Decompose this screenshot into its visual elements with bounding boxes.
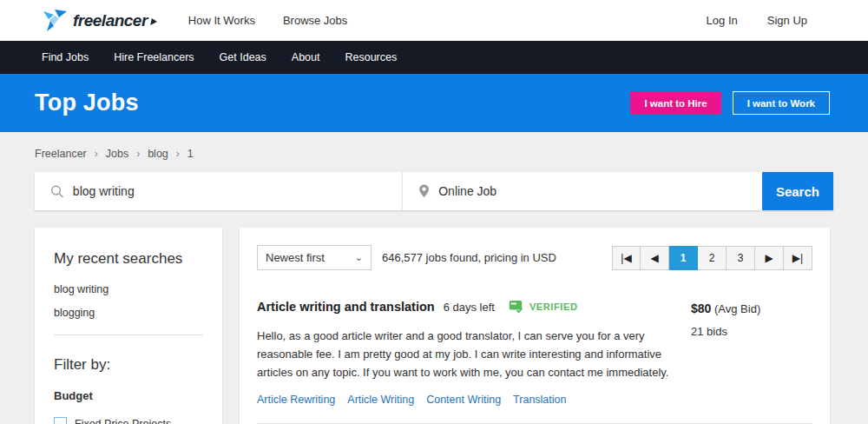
job-bid-column: $80 (Avg Bid) 21 bids xyxy=(682,300,812,406)
recent-search-blog-writing[interactable]: blog writing xyxy=(54,283,203,295)
nav-how-it-works[interactable]: How It Works xyxy=(188,14,255,27)
search-icon xyxy=(50,184,64,199)
breadcrumb: Freelancer › Jobs › blog › 1 xyxy=(0,132,868,170)
budget-section-label: Budget xyxy=(54,389,203,402)
pagination-page-2[interactable]: 2 xyxy=(698,246,727,270)
pagination: |◀ ◀ 1 2 3 ▶ ▶| xyxy=(612,246,812,270)
pagination-first-button[interactable]: |◀ xyxy=(612,246,641,270)
results-count: 646,577 jobs found, pricing in USD xyxy=(382,251,556,264)
filter-by-title: Filter by: xyxy=(54,356,203,374)
sort-selected-value: Newest first xyxy=(266,251,325,264)
breadcrumb-separator: › xyxy=(176,148,180,160)
verified-payment-icon xyxy=(509,300,524,314)
job-title-link[interactable]: Article writing and translation xyxy=(257,300,435,314)
recent-search-blogging[interactable]: blogging xyxy=(54,307,203,319)
pagination-last-button[interactable]: ▶| xyxy=(784,246,812,270)
job-search-bar: Search xyxy=(35,172,833,210)
fixed-price-checkbox[interactable] xyxy=(54,417,67,424)
content-area: My recent searches blog writing blogging… xyxy=(0,210,868,424)
keyword-search-input[interactable] xyxy=(73,184,386,198)
nav-hire-freelancers[interactable]: Hire Freelancers xyxy=(114,51,194,63)
top-navigation: How It Works Browse Jobs xyxy=(188,14,347,27)
breadcrumb-jobs[interactable]: Jobs xyxy=(106,148,128,160)
nav-find-jobs[interactable]: Find Jobs xyxy=(42,51,89,63)
job-avg-bid: $80 (Avg Bid) xyxy=(691,301,812,315)
page-title: Top Jobs xyxy=(35,89,139,116)
page-banner: Top Jobs I want to Hire I want to Work xyxy=(0,74,868,132)
verified-label: VERIFIED xyxy=(529,301,578,312)
verified-badge: VERIFIED xyxy=(509,300,578,314)
banner-buttons: I want to Hire I want to Work xyxy=(630,91,830,115)
breadcrumb-freelancer[interactable]: Freelancer xyxy=(35,148,87,160)
i-want-to-hire-button[interactable]: I want to Hire xyxy=(630,91,720,115)
job-description: Hello, as a good article writer and a go… xyxy=(257,328,682,381)
location-search-input[interactable] xyxy=(438,184,746,198)
breadcrumb-page-1[interactable]: 1 xyxy=(187,148,194,160)
filters-sidebar: My recent searches blog writing blogging… xyxy=(35,228,222,424)
secondary-navigation: Find Jobs Hire Freelancers Get Ideas Abo… xyxy=(0,41,868,74)
breadcrumb-blog[interactable]: blog xyxy=(148,148,168,160)
pagination-page-3[interactable]: 3 xyxy=(727,246,755,270)
keyword-field-wrapper xyxy=(35,172,402,210)
signup-link[interactable]: Sign Up xyxy=(767,14,807,27)
freelancer-logo[interactable]: freelancer xyxy=(42,10,157,32)
job-price-suffix: (Avg Bid) xyxy=(714,302,760,315)
logo-arrow-icon xyxy=(150,18,158,25)
sidebar-divider xyxy=(54,335,203,335)
breadcrumb-separator: › xyxy=(95,148,98,160)
job-header: Article writing and translation 6 days l… xyxy=(257,300,682,314)
tag-article-rewriting[interactable]: Article Rewriting xyxy=(257,394,335,406)
job-listing: Article writing and translation 6 days l… xyxy=(257,300,812,406)
results-toolbar: Newest first ⌄ 646,577 jobs found, prici… xyxy=(257,245,812,270)
breadcrumb-separator: › xyxy=(136,148,140,160)
fixed-price-label: Fixed Price Projects xyxy=(75,418,171,424)
auth-links: Log In Sign Up xyxy=(707,14,807,27)
sort-dropdown[interactable]: Newest first ⌄ xyxy=(257,245,372,270)
nav-about[interactable]: About xyxy=(292,51,320,63)
job-skill-tags: Article Rewriting Article Writing Conten… xyxy=(257,394,682,406)
chevron-down-icon: ⌄ xyxy=(355,252,363,263)
search-button[interactable]: Search xyxy=(762,172,833,210)
fixed-price-projects-option[interactable]: Fixed Price Projects xyxy=(54,417,203,424)
job-main-column: Article writing and translation 6 days l… xyxy=(257,300,682,406)
freelancer-top-jobs-page: freelancer How It Works Browse Jobs Log … xyxy=(0,0,868,424)
tag-translation[interactable]: Translation xyxy=(513,394,566,406)
location-pin-icon xyxy=(418,183,430,199)
location-field-wrapper xyxy=(402,172,762,210)
pagination-prev-button[interactable]: ◀ xyxy=(641,246,669,270)
i-want-to-work-button[interactable]: I want to Work xyxy=(733,91,830,115)
header: freelancer How It Works Browse Jobs Log … xyxy=(0,0,868,41)
pagination-next-button[interactable]: ▶ xyxy=(755,246,784,270)
nav-browse-jobs[interactable]: Browse Jobs xyxy=(283,14,347,27)
tag-content-writing[interactable]: Content Writing xyxy=(426,394,501,406)
logo-text: freelancer xyxy=(73,11,148,30)
freelancer-bird-icon xyxy=(42,10,68,32)
nav-resources[interactable]: Resources xyxy=(345,51,397,63)
tag-article-writing[interactable]: Article Writing xyxy=(347,394,414,406)
job-price: $80 xyxy=(691,301,711,315)
search-results-panel: Newest first ⌄ 646,577 jobs found, prici… xyxy=(240,228,830,424)
pagination-page-1[interactable]: 1 xyxy=(669,246,698,270)
login-link[interactable]: Log In xyxy=(707,14,738,27)
job-bid-count: 21 bids xyxy=(691,325,812,338)
recent-searches-title: My recent searches xyxy=(54,250,203,268)
job-time-left: 6 days left xyxy=(444,301,495,314)
nav-get-ideas[interactable]: Get Ideas xyxy=(220,51,266,63)
